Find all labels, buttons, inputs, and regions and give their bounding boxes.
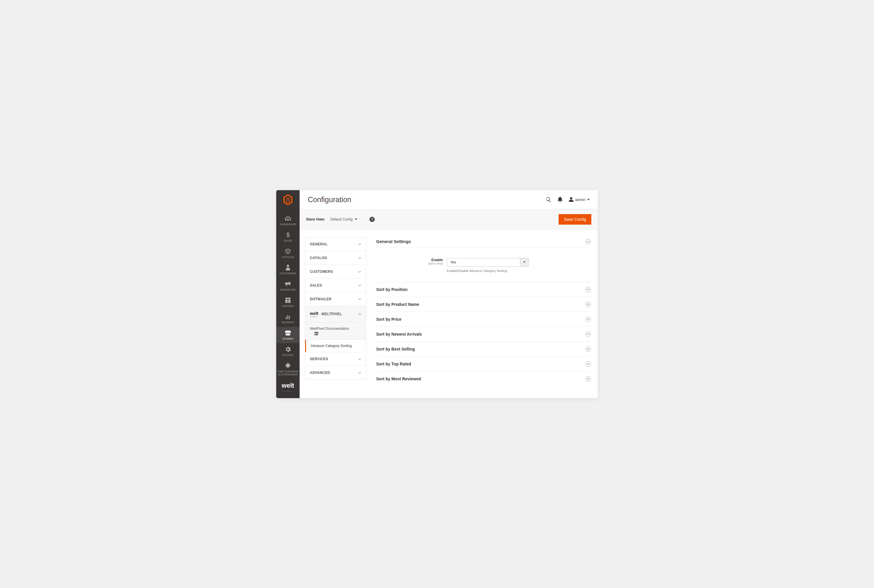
section-title: Sort by Most Reviewed <box>376 376 421 381</box>
nav-label: FIND PARTNERS & EXTENSIONS <box>277 370 298 376</box>
nav-label: SALES <box>284 239 292 242</box>
chevron-down-icon <box>358 297 361 301</box>
magento-logo-icon <box>283 194 293 207</box>
store-view-value: Default Config <box>330 218 352 221</box>
scope-toolbar: Store View: Default Config ? Save Config <box>299 209 598 230</box>
content-area: Configuration admin Store View: Default … <box>299 190 598 398</box>
page-title: Configuration <box>308 195 545 204</box>
nav-partners[interactable]: FIND PARTNERS & EXTENSIONS <box>276 360 299 379</box>
config-tab-label: GENERAL <box>310 242 328 246</box>
config-tabs: GENERAL CATALOG CUSTOMERS SALES DOTMAILE… <box>305 237 366 380</box>
nav-dashboard[interactable]: DASHBOARD <box>276 212 299 229</box>
admin-user-menu[interactable]: admin <box>569 197 590 202</box>
section-sort-most-reviewed[interactable]: Sort by Most Reviewed <box>376 371 591 386</box>
section-general-settings[interactable]: General Settings <box>376 237 591 248</box>
config-tab-label: DOTMAILER <box>310 297 331 301</box>
section-title: Sort by Best Selling <box>376 347 415 351</box>
nav-reports[interactable]: REPORTS <box>276 310 299 327</box>
config-tab-sales[interactable]: SALES <box>305 279 366 292</box>
config-tab-general[interactable]: GENERAL <box>305 237 366 251</box>
config-tab-label: SALES <box>310 284 322 287</box>
weltpixel-brand-sub: PIXEL <box>283 390 293 392</box>
admin-user-label: admin <box>575 198 585 202</box>
section-title: Sort by Position <box>376 287 408 292</box>
config-tab-customers[interactable]: CUSTOMERS <box>305 265 366 279</box>
settings-panel: General Settings Enable [store view] Yes <box>376 237 591 386</box>
nav-label: SYSTEM <box>283 354 293 357</box>
nav-content[interactable]: CONTENT <box>276 294 299 310</box>
storefront-mini-icon <box>314 332 319 335</box>
section-sort-newest[interactable]: Sort by Newest Arrivals <box>376 327 591 342</box>
nav-label: STORES <box>283 338 293 340</box>
header: Configuration admin <box>299 190 598 209</box>
box-icon <box>285 248 291 254</box>
nav-stores[interactable]: STORES <box>276 327 299 343</box>
chevron-down-icon <box>358 357 361 361</box>
expand-down-icon[interactable] <box>585 332 591 337</box>
chevron-down-icon <box>520 258 529 267</box>
collapse-up-icon[interactable] <box>585 239 591 244</box>
store-view-label: Store View: <box>306 218 325 221</box>
store-view-selector[interactable]: Default Config <box>330 218 357 221</box>
left-nav: DASHBOARD SALES CATALOG CUSTOMERS MARKET <box>276 190 299 398</box>
gear-icon <box>285 346 291 352</box>
nav-label: REPORTS <box>281 321 294 324</box>
nav-label: CUSTOMERS <box>280 272 296 275</box>
save-config-button[interactable]: Save Config <box>559 214 591 225</box>
nav-marketing[interactable]: MARKETING <box>276 278 299 294</box>
subitem-label: Advance Category Sorting <box>311 344 352 348</box>
gauge-icon <box>285 215 291 222</box>
admin-window: DASHBOARD SALES CATALOG CUSTOMERS MARKET <box>276 190 598 398</box>
chevron-down-icon <box>358 256 361 260</box>
config-tab-catalog[interactable]: CATALOG <box>305 251 366 265</box>
expand-down-icon[interactable] <box>585 362 591 367</box>
enable-select-value: Yes <box>447 258 520 267</box>
config-tab-label: WELTPIXEL <box>321 312 342 316</box>
config-body: GENERAL CATALOG CUSTOMERS SALES DOTMAILE… <box>299 230 598 398</box>
section-title: General Settings <box>376 239 411 244</box>
expand-down-icon[interactable] <box>585 302 591 307</box>
search-icon[interactable] <box>545 196 551 202</box>
nav-label: MARKETING <box>280 288 295 291</box>
config-tab-label: CUSTOMERS <box>310 270 333 274</box>
section-title: Sort by Newest Arrivals <box>376 332 422 336</box>
section-sort-position[interactable]: Sort by Position <box>376 282 591 297</box>
nav-label: CATALOG <box>282 256 294 258</box>
chevron-down-icon <box>358 270 361 274</box>
config-tab-label: CATALOG <box>310 256 327 260</box>
section-title: Sort by Price <box>376 317 401 322</box>
section-sort-price[interactable]: Sort by Price <box>376 312 591 327</box>
dollar-icon <box>285 232 291 238</box>
bell-icon[interactable] <box>558 196 563 202</box>
enable-select[interactable]: Yes <box>447 258 529 267</box>
subitem-advance-category-sorting[interactable]: Advance Category Sorting <box>305 340 366 352</box>
header-actions: admin <box>545 196 590 202</box>
nav-label: CONTENT <box>281 304 294 308</box>
section-sort-product-name[interactable]: Sort by Product Name <box>376 297 591 312</box>
expand-down-icon[interactable] <box>585 287 591 292</box>
expand-down-icon[interactable] <box>585 316 591 322</box>
layout-icon <box>285 297 291 303</box>
nav-system[interactable]: SYSTEM <box>276 343 299 360</box>
config-tab-dotmailer[interactable]: DOTMAILER <box>305 292 366 306</box>
expand-down-icon[interactable] <box>585 376 591 381</box>
config-tab-advanced[interactable]: ADVANCED <box>305 366 366 380</box>
config-tab-services[interactable]: SERVICES <box>305 352 366 366</box>
person-icon <box>285 264 291 271</box>
config-tab-weltpixel[interactable]: welt PIXEL WELTPIXEL <box>305 306 366 322</box>
nav-catalog[interactable]: CATALOG <box>276 245 299 261</box>
subitem-weltpixel-documentation[interactable]: WeltPixel Documentation <box>305 322 366 339</box>
section-sort-toprated[interactable]: Sort by Top Rated <box>376 356 591 371</box>
chevron-down-icon <box>358 370 361 375</box>
section-sort-bestselling[interactable]: Sort by Best Selling <box>376 342 591 356</box>
config-tab-label: ADVANCED <box>310 370 330 375</box>
puzzle-icon <box>285 363 291 369</box>
weltpixel-brand-icon: welt <box>282 379 294 391</box>
help-icon[interactable]: ? <box>370 217 375 222</box>
chevron-down-icon <box>358 242 361 246</box>
nav-customers[interactable]: CUSTOMERS <box>276 261 299 278</box>
expand-down-icon[interactable] <box>585 346 591 352</box>
chevron-down-icon <box>358 284 361 287</box>
nav-sales[interactable]: SALES <box>276 229 299 245</box>
config-tab-weltpixel-subitems: WeltPixel Documentation Advance Category… <box>305 322 366 352</box>
